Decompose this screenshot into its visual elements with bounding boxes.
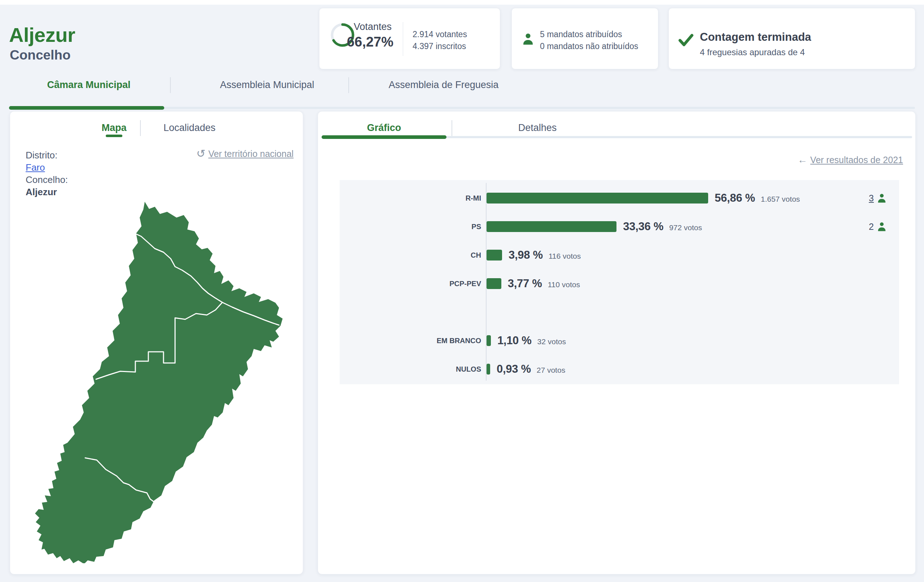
count-status-card: Contagem terminada 4 freguesias apuradas… xyxy=(668,8,915,69)
top-white-strip xyxy=(0,0,924,5)
bar xyxy=(487,221,617,232)
count-status-subtitle: 4 freguesias apuradas de 4 xyxy=(700,47,805,58)
map-panel: Mapa Localidades ↺ Ver território nacion… xyxy=(10,111,303,574)
mandates-assigned: 5 mandatos atribuídos xyxy=(540,28,638,40)
chart-row: PS 33,36 % 972 votos xyxy=(340,221,899,232)
tab-assembleia-freguesia[interactable]: Assembleia de Freguesia xyxy=(389,79,499,91)
bar-percent: 3,98 % xyxy=(508,249,543,262)
person-icon xyxy=(521,32,535,46)
main-tab-active-indicator xyxy=(9,106,164,110)
bar-percent: 0,93 % xyxy=(497,363,531,376)
page-subtitle: Concelho xyxy=(10,48,71,63)
chart-row: PCP-PEV 3,77 % 110 votos xyxy=(340,278,899,289)
page-title: Aljezur xyxy=(9,23,75,46)
bar xyxy=(487,335,491,346)
bar-category: CH xyxy=(340,251,481,259)
district-link[interactable]: Faro xyxy=(26,162,45,173)
bar-category: R-MI xyxy=(340,194,481,203)
bar-category: PS xyxy=(340,223,481,231)
election-results-page: Aljezur Concelho Votantes 66,27% 2.914 v… xyxy=(0,0,924,582)
mandates-unassigned: 0 mandatos não atribuídos xyxy=(540,40,638,52)
tab-assembleia-municipal[interactable]: Assembleia Municipal xyxy=(220,79,314,91)
results-chart: R-MI 56,86 % 1.657 votos PS 33,36 % 972 … xyxy=(340,180,899,384)
turnout-label: Votantes xyxy=(319,21,392,33)
district-label: Distrito: xyxy=(26,150,58,161)
results-tab-active-indicator xyxy=(322,135,447,139)
municipality-label: Concelho: xyxy=(26,174,68,185)
chart-row: CH 3,98 % 116 votos xyxy=(340,250,899,260)
tab-divider xyxy=(348,77,349,93)
person-icon xyxy=(876,193,887,203)
mandate-count: 2 xyxy=(869,221,874,232)
turnout-card: Votantes 66,27% 2.914 votantes 4.397 ins… xyxy=(319,8,500,69)
chart-row: R-MI 56,86 % 1.657 votos xyxy=(340,193,899,203)
bar-percent: 1,10 % xyxy=(497,334,532,347)
bar-percent: 3,77 % xyxy=(508,277,542,290)
chart-row: EM BRANCO 1,10 % 32 votos xyxy=(340,335,899,346)
tab-localidades[interactable]: Localidades xyxy=(163,122,216,134)
mandates-rmi: 3 xyxy=(869,193,887,203)
tab-divider xyxy=(452,120,452,136)
turnout-percent: 66,27% xyxy=(319,34,393,50)
previous-results-link[interactable]: ← Ver resultados de 2021 xyxy=(798,155,903,165)
tab-divider xyxy=(140,120,141,136)
person-icon xyxy=(876,221,887,232)
voters-count: 2.914 votantes xyxy=(412,28,467,40)
reset-territory-link[interactable]: ↺ Ver território nacional xyxy=(196,148,294,159)
arrow-left-icon: ← xyxy=(798,155,807,165)
bar-votes: 32 votos xyxy=(538,337,566,346)
undo-icon: ↺ xyxy=(196,148,205,159)
bar-category: NULOS xyxy=(340,365,481,373)
aljezur-map[interactable] xyxy=(22,199,285,563)
tab-camara-municipal[interactable]: Câmara Municipal xyxy=(47,79,130,91)
bar-percent: 56,86 % xyxy=(714,191,755,204)
bar xyxy=(487,278,502,289)
mandate-count-link[interactable]: 3 xyxy=(869,193,874,203)
bar xyxy=(487,193,708,203)
mandates-card: 5 mandatos atribuídos 0 mandatos não atr… xyxy=(512,8,658,69)
chart-row: NULOS 0,93 % 27 votos xyxy=(340,364,899,374)
map-tab-active-indicator xyxy=(106,135,122,137)
bar xyxy=(487,364,490,374)
registered-count: 4.397 inscritos xyxy=(412,40,467,52)
mandates-ps: 2 xyxy=(869,221,887,232)
tab-detalhes[interactable]: Detalhes xyxy=(518,122,557,134)
bar-votes: 27 votos xyxy=(537,366,565,374)
bar-category: EM BRANCO xyxy=(340,336,481,345)
bar-votes: 972 votos xyxy=(669,223,702,232)
results-panel: Gráfico Detalhes ← Ver resultados de 202… xyxy=(318,111,916,574)
bar-category: PCP-PEV xyxy=(340,280,481,288)
check-icon xyxy=(678,33,694,47)
bar-votes: 116 votos xyxy=(549,252,581,260)
card-divider xyxy=(403,22,403,56)
municipality-value: Aljezur xyxy=(26,186,57,198)
bar-votes: 1.657 votos xyxy=(761,195,800,203)
tab-divider xyxy=(170,77,171,93)
tab-grafico[interactable]: Gráfico xyxy=(367,122,401,134)
tab-mapa[interactable]: Mapa xyxy=(101,122,126,134)
reset-territory-label: Ver território nacional xyxy=(208,148,294,159)
bar-percent: 33,36 % xyxy=(623,220,663,233)
previous-results-label: Ver resultados de 2021 xyxy=(810,155,903,165)
count-status-title: Contagem terminada xyxy=(700,31,811,44)
bar-votes: 110 votos xyxy=(548,280,580,289)
bar xyxy=(487,250,502,260)
